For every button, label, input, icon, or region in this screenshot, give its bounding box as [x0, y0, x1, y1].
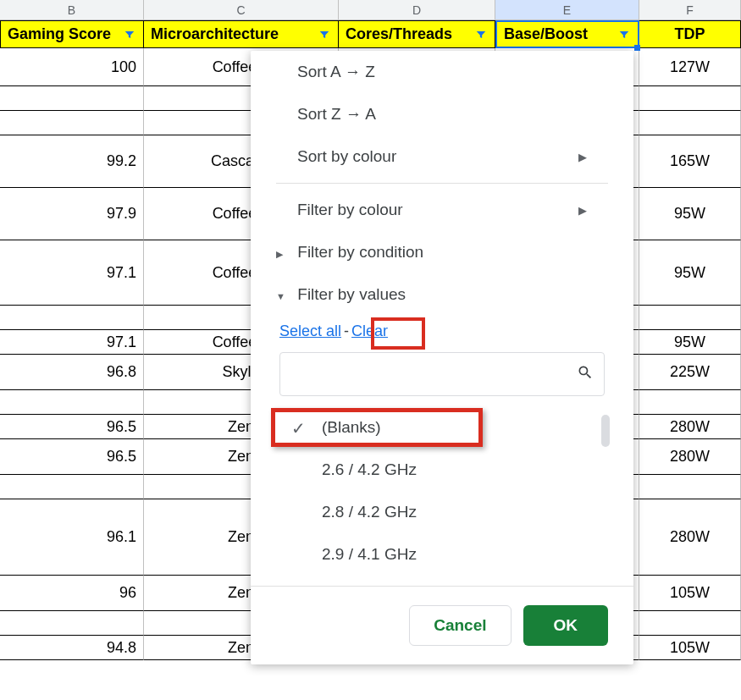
cell[interactable]: 105W [639, 636, 741, 660]
value-item[interactable]: 2.9 / 4.1 GHz [271, 533, 613, 576]
scrollbar-thumb[interactable] [601, 415, 610, 447]
cell[interactable] [0, 611, 144, 636]
cell[interactable] [639, 111, 741, 135]
selection-handle[interactable] [634, 45, 640, 51]
cell[interactable] [639, 86, 741, 111]
filter-value-list: ✓ (Blanks) 2.6 / 4.2 GHz 2.8 / 4.2 GHz 2… [251, 403, 633, 576]
header-microarchitecture[interactable]: Microarchitecture [144, 20, 339, 48]
cell[interactable] [0, 306, 144, 330]
cell[interactable]: 105W [639, 576, 741, 611]
cell[interactable]: 95W [639, 188, 741, 240]
cell[interactable]: 96 [0, 576, 144, 611]
column-letter-B[interactable]: B [0, 0, 144, 20]
column-letter-D[interactable]: D [339, 0, 495, 20]
ok-button[interactable]: OK [523, 605, 609, 646]
cell[interactable]: 225W [639, 355, 741, 390]
cell[interactable]: 165W [639, 135, 741, 188]
cell[interactable]: 280W [639, 499, 741, 576]
cell[interactable]: 95W [639, 240, 741, 306]
cell[interactable] [639, 611, 741, 636]
filter-icon[interactable] [318, 28, 331, 41]
header-gaming-score[interactable]: Gaming Score [0, 20, 144, 48]
header-base-boost[interactable]: Base/Boost [495, 20, 639, 48]
menu-sort-colour[interactable]: Sort by colour ▶ [251, 135, 633, 178]
cell[interactable]: 96.5 [0, 415, 144, 439]
submenu-arrow-icon: ▶ [578, 151, 587, 163]
cell[interactable]: 127W [639, 48, 741, 86]
cell[interactable]: 94.8 [0, 636, 144, 660]
header-cores-threads[interactable]: Cores/Threads [339, 20, 495, 48]
collapsed-arrow-icon: ▶ [276, 249, 293, 260]
value-item-blanks[interactable]: ✓ (Blanks) [271, 406, 613, 449]
value-item[interactable]: 2.6 / 4.2 GHz [271, 449, 613, 491]
select-all-link[interactable]: Select all [279, 322, 341, 339]
filter-dropdown-menu: Sort A → Z Sort Z → A Sort by colour ▶ F… [251, 51, 633, 664]
cell[interactable] [0, 475, 144, 499]
filter-icon[interactable] [123, 28, 136, 41]
cancel-button[interactable]: Cancel [409, 605, 511, 646]
cell[interactable] [639, 306, 741, 330]
cell[interactable]: 96.5 [0, 439, 144, 475]
menu-sort-za[interactable]: Sort Z → A [251, 93, 633, 135]
value-item[interactable]: 2.8 / 4.2 GHz [271, 491, 613, 533]
cell[interactable]: 97.9 [0, 188, 144, 240]
cell[interactable] [0, 111, 144, 135]
cell[interactable]: 97.1 [0, 330, 144, 355]
filter-search-box[interactable] [279, 352, 605, 396]
clear-link[interactable]: Clear [351, 322, 388, 339]
cell[interactable]: 96.8 [0, 355, 144, 390]
filter-icon[interactable] [617, 28, 631, 41]
header-tdp[interactable]: TDP [639, 20, 741, 48]
cell[interactable]: 280W [639, 415, 741, 439]
cell[interactable] [639, 390, 741, 415]
filter-search-input[interactable] [290, 366, 577, 383]
submenu-arrow-icon: ▶ [578, 204, 587, 217]
cell[interactable] [0, 390, 144, 415]
menu-sort-az[interactable]: Sort A → Z [251, 51, 633, 93]
filter-icon[interactable] [474, 28, 488, 41]
search-icon [577, 364, 594, 385]
menu-filter-colour[interactable]: Filter by colour ▶ [251, 189, 633, 231]
menu-filter-condition[interactable]: ▶ Filter by condition [251, 231, 633, 273]
column-letter-C[interactable]: C [144, 0, 339, 20]
cell[interactable]: 99.2 [0, 135, 144, 188]
cell[interactable]: 96.1 [0, 499, 144, 576]
cell[interactable]: 97.1 [0, 240, 144, 306]
cell[interactable]: 100 [0, 48, 144, 86]
column-letter-E[interactable]: E [495, 0, 639, 20]
expanded-arrow-icon: ▼ [276, 291, 293, 301]
cell[interactable]: 280W [639, 439, 741, 475]
cell[interactable] [639, 475, 741, 499]
cell[interactable]: 95W [639, 330, 741, 355]
check-icon: ✓ [291, 418, 306, 438]
filter-value-links: Select all-Clear [251, 316, 633, 352]
column-letter-F[interactable]: F [639, 0, 741, 20]
cell[interactable] [0, 86, 144, 111]
menu-filter-values[interactable]: ▼ Filter by values [251, 273, 633, 316]
